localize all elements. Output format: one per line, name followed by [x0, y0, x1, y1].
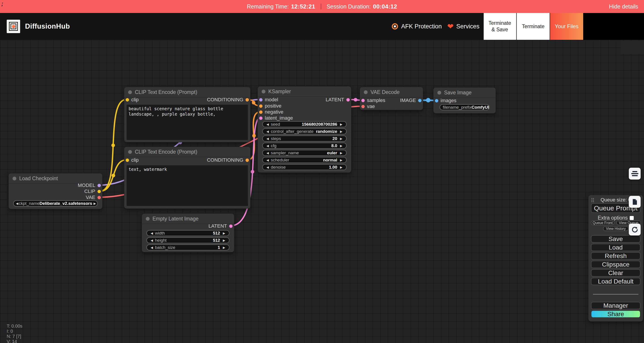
collapse-dot-icon[interactable] — [364, 90, 368, 94]
decrement-arrow-icon[interactable]: ◀ — [265, 137, 270, 140]
node-title-bar[interactable]: CLIP Text Encode (Prompt) — [124, 87, 250, 98]
model-output-dot[interactable] — [98, 184, 101, 187]
increment-arrow-icon[interactable]: ▶ — [222, 232, 227, 235]
increment-arrow-icon[interactable]: ▶ — [338, 158, 344, 162]
batch-size-widget[interactable]: ◀ batch_size 1 ▶ — [146, 244, 230, 250]
top-navbar: DiffusionHub AFK Protection ❤ Services T… — [0, 13, 644, 40]
model-input-dot[interactable] — [259, 98, 262, 102]
decrement-arrow-icon[interactable]: ◀ — [149, 232, 154, 235]
scheduler-widget[interactable]: ◀ scheduler normal ▶ — [262, 157, 346, 163]
manager-button[interactable]: Manager — [591, 302, 640, 309]
extra-options-row: Extra options — [588, 215, 643, 221]
negative-input-dot[interactable] — [259, 110, 262, 114]
decrement-arrow-icon[interactable]: ◀ — [265, 122, 270, 126]
decrement-arrow-icon[interactable]: ◀ — [265, 166, 270, 169]
node-save-image[interactable]: Save Image images filename_prefix ComfyU… — [433, 88, 496, 113]
collapse-dot-icon[interactable] — [262, 90, 266, 94]
negative-prompt-textarea[interactable]: text, watermark — [126, 165, 248, 206]
afk-protection-status[interactable]: AFK Protection — [392, 13, 442, 40]
view-history-button[interactable]: View History — [603, 226, 628, 231]
canvas-refresh-button[interactable] — [629, 224, 641, 236]
node-title: CLIP Text Encode (Prompt) — [135, 89, 197, 95]
samples-input-dot[interactable] — [361, 99, 365, 102]
collapse-dot-icon[interactable] — [128, 90, 132, 94]
ckpt-name-widget[interactable]: ◀ ckpt_name Deliberate_v2.safetensors ▶ — [13, 200, 98, 206]
your-files-button[interactable]: Your Files — [550, 13, 583, 40]
height-widget[interactable]: ◀ height 512 ▶ — [146, 237, 230, 243]
seed-widget[interactable]: ◀ seed 156680208700286 ▶ — [262, 121, 346, 127]
clip-output-dot[interactable] — [98, 190, 101, 193]
filename-prefix-widget[interactable]: filename_prefix ComfyUI — [440, 104, 490, 110]
increment-arrow-icon[interactable]: ▶ — [338, 122, 344, 126]
decrement-arrow-icon[interactable]: ◀ — [265, 151, 270, 155]
increment-arrow-icon[interactable]: ▶ — [338, 151, 344, 155]
increment-arrow-icon[interactable]: ▶ — [338, 144, 344, 148]
latent-image-input-dot[interactable] — [259, 116, 262, 120]
latent-output-dot[interactable] — [346, 98, 350, 102]
conditioning-output-dot[interactable] — [246, 98, 249, 102]
input-slot-clip: clip — [124, 97, 188, 103]
collapse-dot-icon[interactable] — [146, 217, 150, 221]
clipspace-button[interactable]: Clipspace — [591, 261, 640, 268]
node-empty-latent-image[interactable]: Empty Latent Image LATENT ◀ width 512 ▶ … — [142, 214, 234, 252]
canvas-menu-button[interactable] — [629, 168, 641, 180]
terminate-and-save-button[interactable]: Terminate & Save — [484, 13, 516, 40]
node-title-bar[interactable]: Empty Latent Image — [142, 214, 234, 224]
increment-arrow-icon[interactable]: ▶ — [338, 137, 344, 140]
node-vae-decode[interactable]: VAE Decode samples IMAGE vae — [360, 87, 423, 110]
collapse-dot-icon[interactable] — [12, 177, 16, 180]
increment-arrow-icon[interactable]: ▶ — [338, 130, 344, 133]
increment-arrow-icon[interactable]: ▶ — [94, 202, 96, 205]
node-clip-text-encode-positive[interactable]: CLIP Text Encode (Prompt) clip CONDITION… — [124, 87, 250, 142]
refresh-button[interactable]: Refresh — [591, 252, 640, 260]
clear-button[interactable]: Clear — [591, 269, 640, 276]
node-title-bar[interactable]: VAE Decode — [360, 87, 423, 98]
node-title-bar[interactable]: Save Image — [434, 88, 496, 98]
increment-arrow-icon[interactable]: ▶ — [222, 238, 227, 242]
services-label: Services — [456, 23, 480, 30]
services-menu[interactable]: ❤ Services — [447, 13, 480, 40]
clip-input-dot[interactable] — [126, 98, 129, 102]
decrement-arrow-icon[interactable]: ◀ — [149, 246, 154, 249]
images-input-dot[interactable] — [435, 99, 438, 102]
sampler-name-widget[interactable]: ◀ sampler_name euler ▶ — [262, 150, 346, 156]
width-widget[interactable]: ◀ width 512 ▶ — [146, 230, 230, 236]
denoise-widget[interactable]: ◀ denoise 1.00 ▶ — [262, 164, 346, 170]
queue-front-button[interactable]: Queue Front — [591, 220, 614, 225]
vae-output-dot[interactable] — [98, 196, 101, 199]
workflow-file-button[interactable] — [629, 196, 641, 208]
positive-input-dot[interactable] — [259, 104, 262, 108]
share-button[interactable]: Share — [591, 310, 640, 318]
load-button[interactable]: Load — [591, 244, 640, 251]
conditioning-output-dot[interactable] — [246, 158, 249, 162]
save-button[interactable]: Save — [591, 235, 640, 242]
increment-arrow-icon[interactable]: ▶ — [338, 166, 344, 169]
node-clip-text-encode-negative[interactable]: CLIP Text Encode (Prompt) clip CONDITION… — [124, 147, 250, 208]
load-default-button[interactable]: Load Default — [591, 278, 640, 285]
increment-arrow-icon[interactable]: ▶ — [222, 246, 227, 249]
terminate-button[interactable]: Terminate — [517, 13, 550, 40]
hide-details-link[interactable]: Hide details — [609, 0, 638, 13]
collapse-dot-icon[interactable] — [128, 150, 132, 154]
steps-widget[interactable]: ◀ steps 20 ▶ — [262, 136, 346, 142]
clip-input-dot[interactable] — [126, 158, 129, 162]
node-title-bar[interactable]: KSampler — [258, 86, 351, 97]
collapse-dot-icon[interactable] — [438, 91, 441, 94]
vae-input-dot[interactable] — [361, 105, 365, 108]
node-title-bar[interactable]: CLIP Text Encode (Prompt) — [124, 147, 250, 157]
node-load-checkpoint[interactable]: Load Checkpoint MODEL CLIP VAE ◀ ckpt_na… — [8, 173, 102, 209]
node-ksampler[interactable]: KSampler model LATENT positive negative … — [258, 86, 351, 172]
cfg-widget[interactable]: ◀ cfg 8.0 ▶ — [262, 143, 346, 149]
decrement-arrow-icon[interactable]: ◀ — [265, 130, 270, 133]
decrement-arrow-icon[interactable]: ◀ — [265, 158, 270, 162]
extra-options-checkbox[interactable] — [630, 216, 634, 220]
image-output-dot[interactable] — [418, 99, 422, 102]
latent-output-dot[interactable] — [229, 224, 232, 228]
refresh-icon — [631, 226, 638, 233]
control-after-generate-widget[interactable]: ◀ control_after_generate randomize ▶ — [262, 128, 346, 134]
input-slot-model: model — [258, 97, 309, 103]
decrement-arrow-icon[interactable]: ◀ — [16, 202, 18, 205]
positive-prompt-textarea[interactable]: beautiful scenery nature glass bottle la… — [126, 105, 248, 140]
decrement-arrow-icon[interactable]: ◀ — [149, 238, 154, 242]
decrement-arrow-icon[interactable]: ◀ — [265, 144, 270, 148]
